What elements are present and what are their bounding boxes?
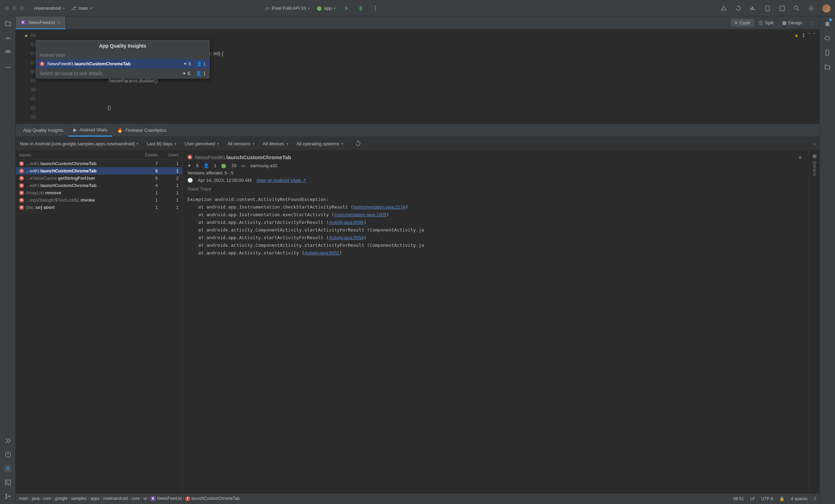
stack-frame-link[interactable]: Activity.java:6052: [305, 250, 339, 255]
minimize-window-icon[interactable]: [12, 6, 17, 10]
view-on-vitals-link[interactable]: View on Android Vitals ↗: [257, 178, 307, 183]
popup-issue-row[interactable]: ✕ NewsFeedKt.launchCustomChromeTab ✦6 👤1: [36, 59, 209, 68]
perception-filter[interactable]: User-perceived▾: [185, 141, 219, 146]
commit-tool-icon[interactable]: [4, 34, 12, 42]
indent-setting[interactable]: 4 spaces: [791, 496, 808, 501]
project-selector[interactable]: nowinandroid ▾: [34, 6, 65, 11]
readonly-icon[interactable]: 🔓: [779, 496, 785, 501]
profiler-icon[interactable]: [749, 5, 757, 12]
device-file-explorer-icon[interactable]: [824, 64, 831, 71]
notifications-icon[interactable]: [824, 20, 831, 27]
os-filter[interactable]: All operating systems▾: [297, 141, 343, 146]
stack-frame-link[interactable]: Activity.java:5554: [329, 235, 364, 240]
col-issues: Issues: [19, 153, 133, 157]
more-tool-icon[interactable]: [4, 64, 12, 71]
breadcrumb-segment[interactable]: nowinandroid: [103, 496, 128, 501]
breadcrumb-segment[interactable]: java: [32, 496, 40, 501]
refresh-button[interactable]: [354, 140, 362, 147]
split-view-button[interactable]: ◫ Split: [754, 19, 778, 27]
zoom-window-icon[interactable]: [20, 6, 24, 10]
problems-icon[interactable]: [4, 451, 12, 458]
code-view-button[interactable]: ≡ Code: [731, 19, 755, 27]
issue-row[interactable]: ✕...edKt.launchCustomChromeTab61: [16, 167, 182, 174]
prev-highlight-icon[interactable]: ˆ: [809, 32, 810, 38]
user-avatar[interactable]: [822, 4, 830, 13]
editor-more-icon[interactable]: ⋮: [806, 20, 817, 25]
line-ending[interactable]: LF: [750, 496, 755, 501]
sync-icon[interactable]: [735, 5, 742, 12]
status-more-icon[interactable]: ⤴: [814, 496, 816, 501]
more-actions-icon[interactable]: [372, 5, 379, 12]
split-view-icon: ◫: [759, 20, 763, 25]
detail-date: Apr 14, 2023, 12:00:00 AM: [198, 178, 252, 183]
breadcrumb-segment[interactable]: core: [132, 496, 140, 501]
versions-filter[interactable]: All versions▾: [227, 141, 254, 146]
tab-android-vitals[interactable]: ▶ Android Vitals: [68, 124, 112, 137]
run-config-selector[interactable]: ⬤ app ▾: [317, 6, 335, 11]
issue-row[interactable]: ✕[libc.so] abort11: [16, 204, 182, 211]
device-manager-icon[interactable]: [764, 5, 771, 12]
close-window-icon[interactable]: [5, 6, 9, 10]
breadcrumb-segment[interactable]: NewsFeed.kt: [157, 496, 181, 501]
logcat-icon[interactable]: [4, 437, 12, 445]
gutter-line[interactable]: 84: [16, 31, 36, 40]
issue-row[interactable]: ✕...ingsDialogKt$TextLink$1.invoke11: [16, 196, 182, 204]
editor-problems-widget[interactable]: ▲ 1 ˆ ˇ: [794, 32, 815, 38]
detail-users: 1: [214, 163, 216, 168]
close-tab-icon[interactable]: ×: [58, 20, 60, 25]
stack-frame-link[interactable]: Instrumentation.java:2174: [353, 204, 405, 210]
breadcrumb-segment[interactable]: samples: [71, 496, 87, 501]
breadcrumb[interactable]: main › java › com › google › samples › a…: [19, 496, 240, 501]
error-icon: ✕: [19, 183, 24, 188]
design-view-button[interactable]: ▦ Design: [778, 19, 806, 27]
tab-crashlytics[interactable]: 🔥 Firebase Crashlytics: [112, 124, 171, 137]
expand-right-icon[interactable]: ›: [814, 141, 815, 146]
breadcrumb-segment[interactable]: com: [43, 496, 51, 501]
debug-button[interactable]: [357, 5, 365, 12]
stack-frame-link[interactable]: Activity.java:5596: [329, 220, 364, 225]
run-button[interactable]: [342, 5, 350, 12]
breadcrumb-segment[interactable]: launchCustomChromeTab: [192, 496, 240, 501]
details-label[interactable]: Details: [812, 161, 817, 177]
gradle-icon[interactable]: [824, 34, 831, 42]
emulator-icon[interactable]: [824, 49, 831, 57]
tab-aqi-label: App Quality Insights: [23, 128, 64, 133]
stack-frame-link[interactable]: Instrumentation.java:1805: [334, 212, 387, 217]
app-filter[interactable]: Now in Android [com.google.samples.apps.…: [20, 141, 138, 146]
issue-row[interactable]: ✕...edKt.launchCustomChromeTab71: [16, 160, 182, 167]
breadcrumb-segment[interactable]: google: [55, 496, 67, 501]
terminal-icon[interactable]: [4, 479, 12, 486]
time-range-filter[interactable]: Last 60 days▾: [147, 141, 176, 146]
file-encoding[interactable]: UTF-8: [761, 496, 773, 501]
issue-row[interactable]: ✕...edKt.launchCustomChromeTab41: [16, 182, 182, 189]
app-quality-insights-icon[interactable]: [4, 465, 12, 472]
breadcrumb-segment[interactable]: main: [19, 496, 28, 501]
next-highlight-icon[interactable]: ˇ: [813, 32, 815, 38]
project-tool-icon[interactable]: [4, 20, 12, 27]
device-selector[interactable]: ▭ Pixel Fold API 33 ▾: [265, 6, 310, 11]
svg-rect-3: [766, 6, 769, 11]
os-label: All operating systems: [297, 141, 340, 146]
details-grid-icon[interactable]: ▦: [812, 153, 817, 158]
layout-inspector-icon[interactable]: [778, 5, 786, 12]
search-icon[interactable]: [793, 5, 801, 12]
resource-manager-icon[interactable]: [4, 49, 12, 57]
settings-icon[interactable]: [808, 5, 815, 12]
devices-filter[interactable]: All devices▾: [263, 141, 288, 146]
popup-title: App Quality Insights: [36, 40, 209, 51]
stack-trace-label: Stack Trace: [187, 186, 804, 192]
code-editor[interactable]: ▲ 1 ˆ ˇ 84 85 86 87 88 89 90 91 92 93: [16, 30, 819, 123]
file-tab-newsfeed[interactable]: K NewsFeed.kt ×: [16, 16, 66, 29]
tab-aqi[interactable]: App Quality Insights: [18, 124, 68, 137]
breadcrumb-segment[interactable]: apps: [90, 496, 99, 501]
branch-selector[interactable]: ⎇ main ▾: [71, 6, 92, 11]
issue-row[interactable]: ✕...eValueCache.getStringForUser62: [16, 174, 182, 182]
detail-options-icon[interactable]: ≡: [796, 153, 804, 161]
breadcrumb-segment[interactable]: ui: [144, 496, 147, 501]
version-control-icon[interactable]: [4, 493, 12, 500]
tool-window-tabs: App Quality Insights ▶ Android Vitals 🔥 …: [16, 123, 819, 137]
stack-trace[interactable]: Exception android.content.ActivityNotFou…: [187, 196, 804, 257]
code-with-me-icon[interactable]: [720, 5, 728, 12]
caret-position[interactable]: 88:51: [733, 496, 744, 501]
issue-row[interactable]: ✕ArrayList.remove11: [16, 189, 182, 196]
